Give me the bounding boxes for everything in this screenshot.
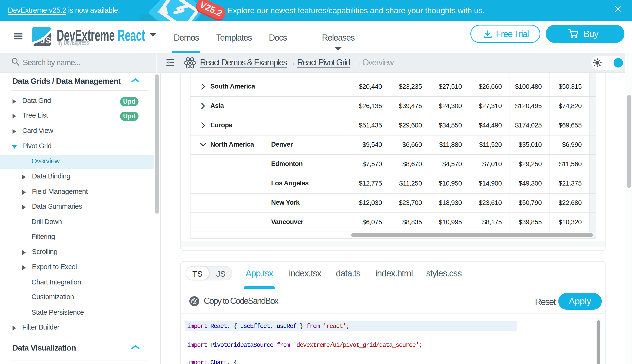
svg-text:JS: JS (40, 36, 51, 45)
